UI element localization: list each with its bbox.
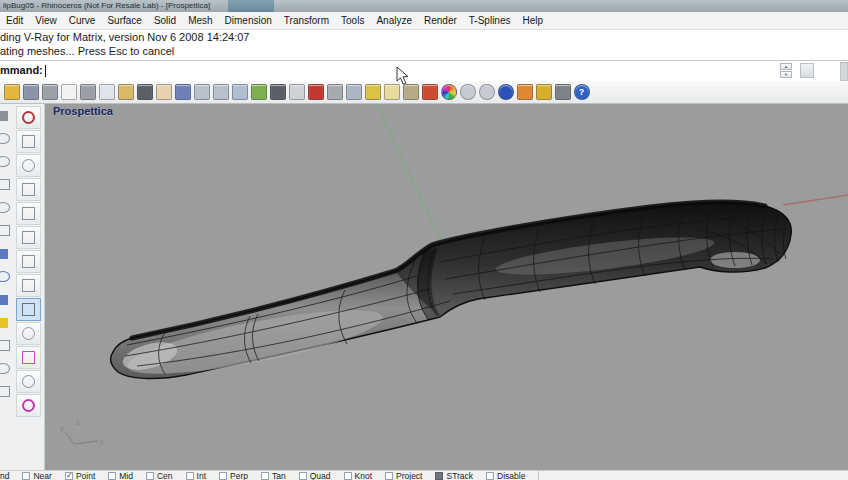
save-button[interactable] bbox=[21, 83, 40, 102]
sphere-dashed-button[interactable] bbox=[477, 83, 496, 102]
curve-tool-button[interactable] bbox=[0, 127, 15, 150]
menu-render[interactable]: Render bbox=[418, 13, 463, 29]
paste-button[interactable] bbox=[116, 83, 135, 102]
menu-analyze[interactable]: Analyze bbox=[370, 13, 418, 29]
vray-material-button[interactable] bbox=[420, 83, 439, 102]
osnap-near-checkbox[interactable] bbox=[22, 472, 30, 480]
osnap-disable[interactable]: Disable bbox=[486, 471, 525, 480]
viewport-prospettica[interactable]: Prospettica bbox=[45, 104, 848, 470]
ellipse-tool-button[interactable] bbox=[0, 150, 15, 173]
surface-tool-button[interactable] bbox=[0, 242, 15, 265]
menu-surface[interactable]: Surface bbox=[101, 13, 147, 29]
light-bulb-button[interactable] bbox=[382, 83, 401, 102]
osnap-knot-checkbox[interactable] bbox=[344, 472, 352, 480]
osnap-int[interactable]: Int bbox=[186, 471, 206, 480]
tripod-axis-button[interactable] bbox=[16, 130, 41, 153]
osnap-point[interactable]: ✓Point bbox=[65, 471, 95, 480]
menu-solid[interactable]: Solid bbox=[148, 13, 182, 29]
zoom-window-button[interactable] bbox=[230, 83, 249, 102]
command-edge-button[interactable] bbox=[840, 62, 848, 81]
delete-cube-button[interactable] bbox=[16, 346, 41, 369]
wire-globe-button[interactable] bbox=[16, 154, 41, 177]
command-scroll-down-button[interactable]: ▼ bbox=[780, 71, 792, 78]
osnap-project[interactable]: Project bbox=[385, 471, 422, 480]
inspect-lamp-button[interactable] bbox=[16, 322, 41, 345]
viewport-layout-button[interactable] bbox=[287, 83, 306, 102]
command-history[interactable]: ding V-Ray for Matrix, version Nov 6 200… bbox=[0, 30, 848, 60]
link-button[interactable] bbox=[363, 83, 382, 102]
polyline-tool-button[interactable] bbox=[0, 219, 15, 242]
osnap-project-checkbox[interactable] bbox=[385, 472, 393, 480]
gears-gray-button[interactable] bbox=[325, 83, 344, 102]
rounded-rect-button[interactable] bbox=[16, 370, 41, 393]
undo-button[interactable] bbox=[135, 83, 154, 102]
menu-curve[interactable]: Curve bbox=[63, 13, 102, 29]
help-button[interactable]: ? bbox=[572, 83, 591, 102]
explode-tool-button[interactable] bbox=[0, 311, 15, 334]
point-tool-button[interactable] bbox=[0, 104, 15, 127]
solid-box-3-button[interactable] bbox=[16, 274, 41, 297]
command-options-button[interactable] bbox=[800, 63, 814, 78]
osnap-perp-checkbox[interactable] bbox=[219, 472, 227, 480]
arc-tool-button[interactable] bbox=[0, 196, 15, 219]
record-stop-button[interactable] bbox=[16, 106, 41, 129]
osnap-disable-checkbox[interactable] bbox=[486, 472, 494, 480]
osnap-int-checkbox[interactable] bbox=[186, 472, 194, 480]
wire-box-button[interactable] bbox=[16, 298, 41, 321]
zoom-extents-button[interactable] bbox=[211, 83, 230, 102]
zoom-selected-button[interactable] bbox=[249, 83, 268, 102]
osnap-quad[interactable]: Quad bbox=[299, 471, 331, 480]
menu-help[interactable]: Help bbox=[516, 13, 549, 29]
osnap-knot[interactable]: Knot bbox=[344, 471, 373, 480]
sphere-tool-button[interactable] bbox=[0, 265, 15, 288]
menu-dimension[interactable]: Dimension bbox=[219, 13, 278, 29]
color-wheel-button[interactable] bbox=[439, 83, 458, 102]
render-sphere-button[interactable] bbox=[496, 83, 515, 102]
sphere-wire-button[interactable] bbox=[458, 83, 477, 102]
title-bar[interactable]: lipBug05 - Rhinoceros (Not For Resale La… bbox=[0, 0, 848, 12]
solid-box-2-button[interactable] bbox=[16, 250, 41, 273]
command-scroll-up-button[interactable]: ▲ bbox=[780, 63, 792, 70]
named-view-car-button[interactable] bbox=[306, 83, 325, 102]
osnap-cen-checkbox[interactable] bbox=[146, 472, 154, 480]
osnap-strack[interactable]: STrack bbox=[435, 471, 473, 480]
move-button[interactable] bbox=[173, 83, 192, 102]
rectangle-tool-button[interactable] bbox=[0, 173, 15, 196]
osnap-quad-checkbox[interactable] bbox=[299, 472, 307, 480]
pan-hand-button[interactable] bbox=[154, 83, 173, 102]
osnap-mid-checkbox[interactable] bbox=[108, 472, 116, 480]
osnap-strack-checkbox[interactable] bbox=[435, 472, 443, 480]
gears-magenta-button[interactable] bbox=[16, 394, 41, 417]
menu-tools[interactable]: Tools bbox=[335, 13, 370, 29]
settings-gears-button[interactable] bbox=[534, 83, 553, 102]
points-row-tool-button[interactable] bbox=[0, 380, 15, 403]
osnap-perp[interactable]: Perp bbox=[219, 471, 248, 480]
osnap-cen[interactable]: Cen bbox=[146, 471, 173, 480]
open-file-button[interactable] bbox=[2, 83, 21, 102]
menu-mesh[interactable]: Mesh bbox=[182, 13, 218, 29]
circle-pair-tool-button[interactable] bbox=[0, 357, 15, 380]
gumball-axes-button[interactable] bbox=[16, 202, 41, 225]
undo-view-button[interactable] bbox=[268, 83, 287, 102]
menu-transform[interactable]: Transform bbox=[278, 13, 335, 29]
solid-box-button[interactable] bbox=[16, 226, 41, 249]
osnap-tan[interactable]: Tan bbox=[261, 471, 286, 480]
osnap-point-checkbox[interactable]: ✓ bbox=[65, 472, 73, 480]
zoom-in-button[interactable] bbox=[192, 83, 211, 102]
osnap-near[interactable]: Near bbox=[22, 471, 51, 480]
osnap-nd[interactable]: nd bbox=[0, 471, 9, 480]
orbit-view-button[interactable] bbox=[344, 83, 363, 102]
lock-button[interactable] bbox=[401, 83, 420, 102]
copy-button[interactable] bbox=[97, 83, 116, 102]
cone-orange-button[interactable] bbox=[515, 83, 534, 102]
menu-edit[interactable]: Edit bbox=[0, 13, 29, 29]
print-button[interactable] bbox=[40, 83, 59, 102]
new-file-button[interactable] bbox=[59, 83, 78, 102]
menu-t-splines[interactable]: T-Splines bbox=[463, 13, 517, 29]
menu-view[interactable]: View bbox=[29, 13, 63, 29]
osnap-mid[interactable]: Mid bbox=[108, 471, 133, 480]
dimension-tool-button[interactable] bbox=[0, 334, 15, 357]
curve-points-button[interactable] bbox=[553, 83, 572, 102]
osnap-tan-checkbox[interactable] bbox=[261, 472, 269, 480]
cut-button[interactable] bbox=[78, 83, 97, 102]
